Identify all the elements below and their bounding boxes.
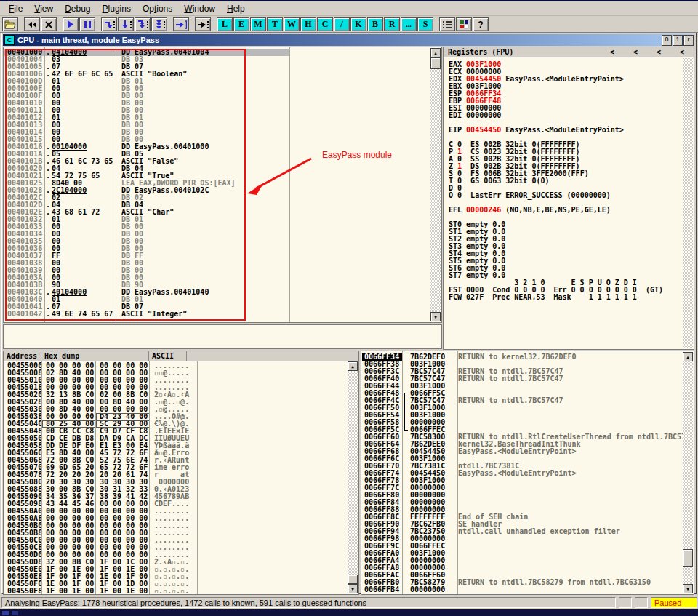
open-file-button[interactable] bbox=[2, 17, 18, 31]
register-line[interactable]: EDI 00000000 bbox=[449, 112, 683, 119]
disassembly-row[interactable]: 0040103500DB 00 bbox=[4, 238, 430, 245]
scroll-track[interactable] bbox=[683, 361, 693, 584]
dump-scrollbar[interactable]: ▲ ▼ bbox=[348, 361, 358, 593]
disassembly-row[interactable]: 0040101201DB 01 bbox=[4, 114, 430, 121]
dump-header-address[interactable]: Address bbox=[4, 351, 41, 361]
disassembly-row[interactable]: 0040102E.43 68 61 72ASCII "Char" bbox=[4, 209, 430, 216]
window-button-runtrace[interactable]: ... bbox=[401, 17, 417, 31]
step-into-button[interactable] bbox=[101, 17, 117, 31]
window-button-L[interactable]: L bbox=[217, 17, 233, 31]
register-line[interactable]: EFL 00000246 (NO,NB,E,BE,NS,PE,GE,LE) bbox=[449, 207, 683, 214]
window-button-W[interactable]: W bbox=[284, 17, 300, 31]
menu-item-help[interactable]: Help bbox=[221, 2, 251, 15]
register-line[interactable]: EIP 00454450 EasyPass.<ModuleEntryPoint> bbox=[449, 127, 683, 134]
menu-item-window[interactable]: Window bbox=[178, 2, 221, 15]
restart-button[interactable] bbox=[24, 17, 40, 31]
disassembly-row[interactable]: 0040103C.40104000DD EasyPass.00401040 bbox=[4, 289, 430, 296]
execute-till-return-button[interactable] bbox=[173, 17, 189, 31]
disassembly-row[interactable]: 0040100403DB 03 bbox=[4, 56, 430, 63]
disassembly-row[interactable]: 0040101000DB 00 bbox=[4, 100, 430, 107]
register-line[interactable]: FCW 027F Prec NEAR,53 Mask 1 1 1 1 1 1 bbox=[449, 294, 683, 301]
scroll-track[interactable] bbox=[348, 371, 358, 584]
register-line[interactable]: O 0 LastErr ERROR_SUCCESS (00000000) bbox=[449, 192, 683, 199]
scroll-track[interactable] bbox=[430, 57, 441, 312]
step-over-button[interactable] bbox=[118, 17, 134, 31]
window-button-C[interactable]: C bbox=[317, 17, 333, 31]
scroll-down-icon[interactable]: ▼ bbox=[430, 312, 441, 321]
disassembly-row[interactable]: 0040101400DB 00 bbox=[4, 129, 430, 136]
disassembly-row[interactable]: 00401006.42 6F 6F 6C 65 61 6EASCII "Bool… bbox=[4, 71, 430, 78]
scroll-thumb[interactable] bbox=[430, 57, 441, 69]
animate-into-button[interactable] bbox=[135, 17, 151, 31]
disassembly-row[interactable]: 0040103900DB 00 bbox=[4, 267, 430, 274]
disassembly-row[interactable]: 0040103800DB 00 bbox=[4, 260, 430, 267]
disassembly-row[interactable]: 00401000.04104000DD EasyPass.00401004 bbox=[4, 49, 430, 56]
column-divider[interactable] bbox=[289, 47, 290, 322]
collapse-column-button[interactable]: < bbox=[647, 49, 670, 56]
disassembly-row[interactable]: 00401041.07DB 07 bbox=[4, 303, 430, 311]
disassembly-row[interactable]: 0040103A00DB 00 bbox=[4, 274, 430, 281]
window-button-T[interactable]: T bbox=[267, 17, 283, 31]
dump-header-ascii[interactable]: ASCII bbox=[149, 351, 187, 361]
scroll-down-icon[interactable]: ▼ bbox=[348, 584, 358, 593]
stack-scrollbar[interactable]: ▲ ▼ bbox=[683, 352, 693, 593]
window-button-B[interactable]: B bbox=[367, 17, 383, 31]
menu-item-debug[interactable]: Debug bbox=[59, 2, 96, 15]
dump-header-hex[interactable]: Hex dump bbox=[41, 351, 149, 361]
menu-item-options[interactable]: Options bbox=[137, 2, 178, 15]
pause-button[interactable] bbox=[79, 17, 95, 31]
cpu-window-titlebar[interactable]: C CPU - main thread, module EasyPass bbox=[3, 34, 692, 46]
column-divider[interactable] bbox=[116, 47, 116, 322]
register-line[interactable]: T 0 GS 0063 32bit 0(0) bbox=[449, 177, 683, 185]
disassembly-row[interactable]: 0040100F00DB 00 bbox=[4, 92, 430, 100]
scroll-thumb[interactable] bbox=[348, 575, 358, 584]
collapse-column-button[interactable]: < bbox=[601, 49, 624, 56]
menu-item-file[interactable]: File bbox=[3, 2, 28, 15]
stack-row[interactable]: 0066FFB400000000 bbox=[362, 586, 683, 593]
help-button[interactable]: ? bbox=[473, 17, 489, 31]
disassembly-pane[interactable]: 00401000.04104000DD EasyPass.00401004004… bbox=[3, 47, 442, 323]
disassembly-row[interactable]: 00401042.49 6E 74 65 67 65 72ASCII "Inte… bbox=[4, 311, 430, 318]
scroll-down-icon[interactable]: ▼ bbox=[683, 584, 693, 593]
scroll-up-icon[interactable]: ▲ bbox=[430, 48, 441, 57]
restore-button[interactable]: r bbox=[683, 35, 694, 46]
disassembly-row[interactable]: 0040103B90DB 90 bbox=[4, 281, 430, 289]
disassembly-row[interactable]: 00401021.54 72 75 65ASCII "True" bbox=[4, 172, 430, 180]
disassembly-row[interactable]: 00401037FFDB FF bbox=[4, 252, 430, 260]
menu-item-view[interactable]: View bbox=[28, 2, 59, 15]
disassembly-scrollbar[interactable]: ▲ ▼ bbox=[430, 48, 441, 321]
scroll-up-icon[interactable]: ▲ bbox=[683, 352, 693, 361]
appearance-button[interactable] bbox=[456, 17, 472, 31]
disassembly-row[interactable]: 0040102D.04DB 04 bbox=[4, 201, 430, 209]
menu-item-plugins[interactable]: Plugins bbox=[97, 2, 137, 15]
maximize-button[interactable]: 1 bbox=[673, 35, 683, 46]
disassembly-row[interactable]: 00401005.07DB 07 bbox=[4, 63, 430, 71]
windows-list-button[interactable] bbox=[439, 17, 455, 31]
window-button-H[interactable]: H bbox=[300, 17, 316, 31]
scroll-up-icon[interactable]: ▲ bbox=[348, 361, 358, 371]
collapse-column-button[interactable]: < bbox=[624, 49, 647, 56]
disassembly-row[interactable]: 0040102C02DB 02 bbox=[4, 194, 430, 201]
disassembly-row[interactable]: 0040100D01DB 01 bbox=[4, 78, 430, 85]
close-button[interactable] bbox=[41, 17, 57, 31]
go-to-button[interactable] bbox=[195, 17, 211, 31]
disassembly-row[interactable]: 0040103201DB 01 bbox=[4, 216, 430, 223]
disassembly-row[interactable]: 0040103600DB 00 bbox=[4, 245, 430, 252]
minimize-button[interactable]: 0 bbox=[662, 35, 672, 46]
animate-over-button[interactable] bbox=[151, 17, 167, 31]
disassembly-row[interactable]: 004010258D40 00LEA EAX,DWORD PTR DS:[EAX… bbox=[4, 180, 430, 187]
window-button-M[interactable]: M bbox=[250, 17, 266, 31]
window-button-K[interactable]: K bbox=[350, 17, 366, 31]
disassembly-row[interactable]: 0040100E00DB 00 bbox=[4, 85, 430, 92]
disassembly-row[interactable]: 0040101100DB 00 bbox=[4, 107, 430, 114]
memory-dump-pane[interactable]: Address Hex dump ASCII 0045500000 00 00 … bbox=[3, 351, 359, 595]
registers-scrollbar[interactable] bbox=[683, 58, 693, 348]
column-divider[interactable] bbox=[44, 47, 45, 322]
disassembly-row[interactable]: 00401028.2C104000DD EasyPass.0040102C bbox=[4, 187, 430, 194]
scroll-thumb[interactable] bbox=[683, 549, 693, 567]
run-button[interactable] bbox=[63, 17, 79, 31]
disassembly-row[interactable]: 0040103400DB 00 bbox=[4, 231, 430, 238]
window-button-E[interactable]: E bbox=[233, 17, 249, 31]
disassembly-row[interactable]: 0040103300DB 00 bbox=[4, 223, 430, 231]
disassembly-row[interactable]: 0040104001DB 01 bbox=[4, 296, 430, 303]
